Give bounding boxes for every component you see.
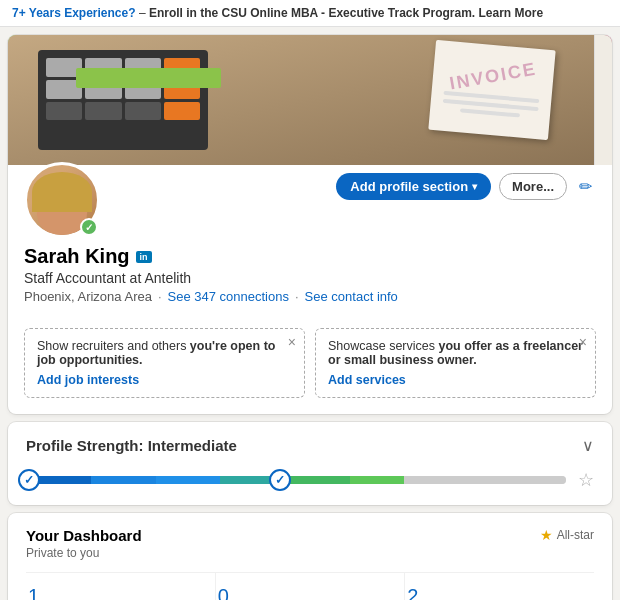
strength-title: Profile Strength: Intermediate <box>26 437 237 454</box>
profile-card: INVOICE Add profile section ▾ More... ✏ <box>8 35 612 414</box>
progress-segment <box>26 476 566 484</box>
collapse-chevron-icon[interactable]: ∨ <box>582 436 594 455</box>
profile-title: Staff Accountant at Antelith <box>24 270 596 286</box>
notif-jobs-text: Show recruiters and others <box>37 339 190 353</box>
progress-wrap: ✓ ✓ ☆ <box>26 469 594 491</box>
profile-name-row: Sarah King in <box>24 245 596 268</box>
notification-card-jobs: × Show recruiters and others you're open… <box>24 328 305 398</box>
calc-screen <box>76 68 221 88</box>
notification-row: × Show recruiters and others you're open… <box>24 328 596 398</box>
checkmark-icon: ✓ <box>24 473 34 487</box>
stat-profile-views[interactable]: 1 Who's viewed your profile <box>26 573 216 600</box>
banner-dash: – <box>136 6 149 20</box>
progress-check-mid: ✓ <box>269 469 291 491</box>
progress-bar: ✓ ✓ <box>26 476 566 484</box>
stat-number-search: 2 <box>407 585 594 600</box>
add-services-link[interactable]: Add services <box>328 373 583 387</box>
strength-label: Profile Strength: <box>26 437 144 454</box>
invoice-line <box>460 108 520 117</box>
calc-key <box>46 102 82 121</box>
stat-number-views: 1 <box>28 585 215 600</box>
banner-highlight[interactable]: 7+ Years Experience? <box>12 6 136 20</box>
edit-icon: ✏ <box>579 178 592 195</box>
linkedin-badge: in <box>136 251 152 263</box>
checkmark-icon: ✓ <box>275 473 285 487</box>
notification-card-services: × Showcase services you offer as a freel… <box>315 328 596 398</box>
top-banner: 7+ Years Experience? – Enroll in the CSU… <box>0 0 620 27</box>
add-section-label: Add profile section <box>350 179 468 194</box>
more-label: More... <box>512 179 554 194</box>
invoice-visual: INVOICE <box>428 40 555 140</box>
calc-key <box>125 102 161 121</box>
allstar-star-icon: ☆ <box>578 469 594 491</box>
allstar-star-icon: ★ <box>540 527 553 543</box>
seg-blue2 <box>91 476 156 484</box>
dropdown-arrow-icon: ▾ <box>472 181 477 192</box>
calc-key <box>85 102 121 121</box>
stat-search-appearances[interactable]: 2 Search appearances <box>405 573 594 600</box>
progress-check-start: ✓ <box>18 469 40 491</box>
stat-article-views[interactable]: 0 Article views <box>216 573 406 600</box>
close-notification-services-button[interactable]: × <box>579 335 587 349</box>
contact-info-link[interactable]: See contact info <box>305 289 398 304</box>
dashboard-stats: 1 Who's viewed your profile 0 Article vi… <box>26 572 594 600</box>
dashboard-header: Your Dashboard Private to you ★ All-star <box>26 527 594 560</box>
dashboard-card: Your Dashboard Private to you ★ All-star… <box>8 513 612 600</box>
avatar-open-badge: ✓ <box>80 218 98 236</box>
seg-blue3 <box>156 476 221 484</box>
dashboard-subtitle: Private to you <box>26 546 142 560</box>
banner-bold[interactable]: Enroll in the CSU Online MBA - Executive… <box>149 6 543 20</box>
avatar-wrap: ✓ <box>24 162 100 238</box>
seg-gray <box>404 476 566 484</box>
profile-strength-card: Profile Strength: Intermediate ∨ ✓ ✓ ☆ <box>8 422 612 505</box>
right-strip <box>594 35 612 165</box>
add-profile-section-button[interactable]: Add profile section ▾ <box>336 173 491 200</box>
profile-location-row: Phoenix, Arizona Area · See 347 connecti… <box>24 289 596 304</box>
checkmark-icon: ✓ <box>85 222 93 233</box>
close-notification-jobs-button[interactable]: × <box>288 335 296 349</box>
calc-key <box>164 102 200 121</box>
edit-button[interactable]: ✏ <box>575 173 596 200</box>
calculator-visual <box>38 50 208 150</box>
seg-green2 <box>350 476 404 484</box>
avatar-hair <box>32 172 92 212</box>
add-job-interests-link[interactable]: Add job interests <box>37 373 292 387</box>
strength-level: Intermediate <box>148 437 237 454</box>
more-button[interactable]: More... <box>499 173 567 200</box>
connections-link[interactable]: See 347 connections <box>168 289 289 304</box>
separator-dot: · <box>158 289 162 304</box>
notif-services-text: Showcase services <box>328 339 438 353</box>
invoice-label: INVOICE <box>448 58 538 94</box>
allstar-label: All-star <box>557 528 594 542</box>
separator-dot: · <box>295 289 299 304</box>
cover-photo: INVOICE <box>8 35 612 165</box>
dashboard-title-block: Your Dashboard Private to you <box>26 527 142 560</box>
profile-name: Sarah King <box>24 245 130 268</box>
strength-header: Profile Strength: Intermediate ∨ <box>26 436 594 455</box>
dashboard-title: Your Dashboard <box>26 527 142 544</box>
seg-green1 <box>285 476 350 484</box>
stat-number-articles: 0 <box>218 585 405 600</box>
profile-info: Sarah King in Staff Accountant at Anteli… <box>8 239 612 316</box>
location-text: Phoenix, Arizona Area <box>24 289 152 304</box>
allstar-badge: ★ All-star <box>540 527 594 543</box>
cover-photo-inner: INVOICE <box>8 35 612 165</box>
